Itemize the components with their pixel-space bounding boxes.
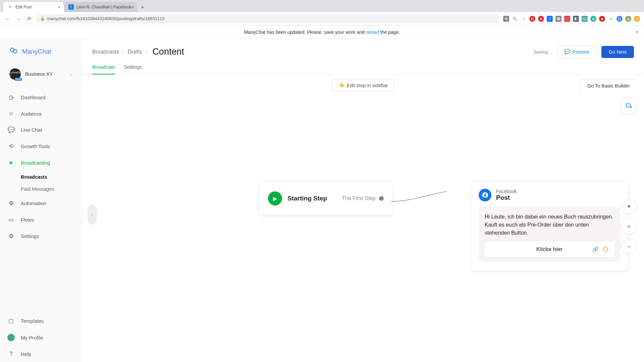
forward-button[interactable]: → [15,16,22,21]
preview-button[interactable]: 💬 Preview [557,46,597,58]
flow-canvas[interactable]: 👈 Edit step in sidebar Go To Basic Build… [82,75,644,354]
sidebar-item-flows[interactable]: ▭ Flows [0,212,82,228]
sidebar-item-profile[interactable]: My Profile [0,329,82,346]
node-header: Facebook Post [479,189,620,201]
tab-title: Leon R. Chaudhari | Facebook [76,5,131,9]
post-body: Hi Leute, ich bin dabei ein neues Buch r… [479,207,620,262]
go-next-button[interactable]: Go Next [601,46,634,58]
browser-toolbar: ← → ⟳ 🔒 manychat.com/fb181039443240830/p… [0,12,644,25]
extension-icon[interactable]: ● [599,16,605,22]
broadcast-icon: ➤ [7,159,15,166]
output-port[interactable] [603,247,608,252]
flow-node-starting-step[interactable]: ▶ Starting Step The First Step [259,182,392,215]
node-subtitle-text: The First Step [342,195,376,201]
sidebar-item-label: Live Chat [21,127,42,133]
gear-icon: ⚙ [7,233,15,240]
sidebar-item-audience[interactable]: ☺ Audience [0,106,82,122]
new-tab-button[interactable]: + [138,3,147,12]
sidebar-item-help[interactable]: ? Help [0,346,82,362]
tab-broadcast[interactable]: Broadcast [92,64,115,74]
sidebar-item-live-chat[interactable]: 💬 Live Chat [0,122,82,138]
node-title: Starting Step [287,195,327,202]
extension-icon[interactable]: ◧ [573,16,579,22]
url-text: manychat.com/fb181039443240830/posting/d… [47,16,165,21]
account-switcher[interactable]: BUSINESS XY PRO Business XY ⌄ [3,64,78,84]
extension-icon[interactable]: ● [590,16,596,22]
sidebar-item-templates[interactable]: ▢ Templates [0,313,82,329]
close-icon[interactable]: × [131,5,134,10]
sidebar-item-label: Audience [21,111,42,117]
breadcrumb-link[interactable]: Drafts [127,49,142,55]
sidebar-collapse-handle[interactable]: › [88,204,97,225]
sidebar-item-automation[interactable]: ⚙ Automation [0,195,82,212]
banner-reload-link[interactable]: reload [366,29,379,35]
flow-node-facebook-post[interactable]: Facebook Post Hi Leute, ich bin dabei ei… [471,182,628,270]
browser-tab-active[interactable]: ✎ Edit Post × [3,2,64,12]
sidebar-item-label: Broadcasting [21,160,50,166]
node-subtitle: The First Step [342,195,384,201]
extension-icon[interactable]: ▦ [555,16,561,22]
extension-icon[interactable]: ☆ [521,16,527,22]
extension-icon[interactable]: ● [634,16,640,22]
profile-avatar-icon[interactable]: ● [625,16,631,22]
sidebar-item-label: Help [21,351,31,357]
post-action-button[interactable]: Klicke hier 🔗 [485,242,614,257]
svg-rect-2 [626,104,631,107]
play-icon: ▶ [268,191,282,205]
facebook-icon [479,189,491,201]
extension-icon[interactable]: G [616,16,623,22]
sidebar-item-label: Automation [21,200,46,206]
canvas-tool-rail [621,98,637,114]
edit-sidebar-label: Edit step in sidebar [347,83,388,88]
chevron-down-icon: ⌄ [69,72,72,76]
extension-icon[interactable]: □ [564,16,570,22]
reload-button[interactable]: ⟳ [25,16,33,22]
extension-icon[interactable]: f [547,16,553,22]
sidebar-subitem-paid-messages[interactable]: Paid Messages [0,183,82,195]
sidebar-item-settings[interactable]: ⚙ Settings [0,228,82,244]
sidebar-item-broadcasting[interactable]: ➤ Broadcasting [0,155,82,171]
output-port[interactable] [379,196,384,201]
breadcrumb-link[interactable]: Broadcasts [92,49,119,55]
flow-connector [391,191,471,205]
sidebar-item-dashboard[interactable]: ◷ Dashboard [0,89,82,106]
account-avatar: BUSINESS XY PRO [9,68,21,80]
address-bar[interactable]: 🔒 manychat.com/fb181039443240830/posting… [36,14,500,23]
sidebar-subitem-broadcasts[interactable]: Broadcasts [0,171,82,183]
extension-icon[interactable]: ⊕ [503,16,509,22]
extension-icons: ⊕ 🔍 ☆ G ● f ▦ □ ◧ IQ ● ● ≡ G ● ● [503,16,640,22]
auto-arrange-button[interactable]: ✦ [621,199,637,214]
link-icon: 🔗 [592,246,599,252]
close-icon[interactable]: × [636,29,639,35]
extension-icon[interactable]: ● [538,16,544,22]
tab-favicon: f [68,4,74,10]
extension-icon[interactable]: 🔍 [512,16,518,22]
add-card-button[interactable] [621,98,637,114]
basic-builder-button[interactable]: Go To Basic Builder [580,79,637,92]
tab-settings[interactable]: Settings [124,64,142,74]
browser-tab[interactable]: f Leon R. Chaudhari | Facebook × [64,2,137,12]
post-button-label: Klicke hier [536,246,562,253]
sidebar-item-label: Dashboard [21,95,45,100]
sidebar-item-growth-tools[interactable]: ⟲ Growth Tools [0,138,82,155]
zoom-out-button[interactable]: − [621,239,637,254]
banner-text-prefix: ManyChat has been updated. Please, save … [244,29,365,35]
node-platform: Facebook [496,189,517,194]
logo[interactable]: ManyChat [0,46,82,64]
audience-icon: ☺ [7,110,15,117]
extension-icon[interactable]: G [529,16,535,22]
browser-tab-strip: ✎ Edit Post × f Leon R. Chaudhari | Face… [0,0,644,12]
zoom-in-button[interactable]: + [621,219,637,234]
lock-icon: 🔒 [40,16,45,21]
banner-text-suffix: the page. [380,29,400,35]
update-banner: ManyChat has been updated. Please, save … [0,25,644,39]
back-button[interactable]: ← [4,16,11,21]
tabs-row: Broadcast Settings [82,58,644,75]
logo-text: ManyChat [22,48,51,55]
chevron-right-icon: › [122,49,124,55]
chat-icon: 💬 [7,126,15,133]
extension-icon[interactable]: IQ [582,16,588,22]
close-icon[interactable]: × [58,5,60,10]
extension-icon[interactable]: ≡ [608,16,614,22]
edit-step-sidebar-button[interactable]: 👈 Edit step in sidebar [332,79,394,91]
